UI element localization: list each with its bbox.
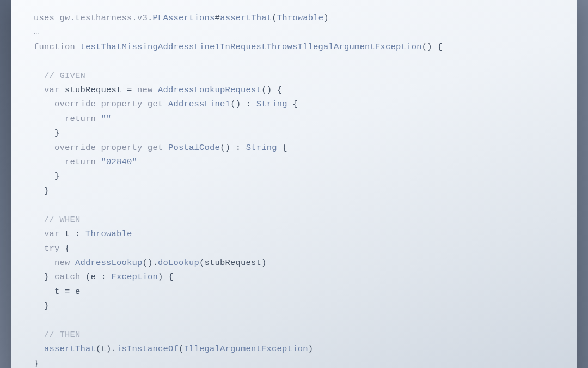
keyword-try: try <box>44 244 60 254</box>
code-line: } catch (e : Exception) { <box>34 272 174 282</box>
keyword-get: get <box>148 99 163 109</box>
code-line: override property get AddressLine1() : S… <box>34 99 298 109</box>
method-name: isInstanceOf <box>117 344 179 354</box>
keyword-var: var <box>44 229 60 239</box>
property-name: PostalCode <box>163 143 220 153</box>
code-line: } <box>34 186 50 196</box>
comment-line: // GIVEN <box>34 71 85 81</box>
method-name: assertThat <box>220 13 272 23</box>
code-line: var stubRequest = new AddressLookupReque… <box>34 85 282 95</box>
keyword-catch: catch <box>54 272 81 282</box>
code-line: } <box>34 301 50 311</box>
keyword-return: return <box>65 157 96 167</box>
keyword-override: override <box>54 143 96 153</box>
comment-line: // THEN <box>34 330 81 340</box>
class-name: AddressLookupRequest <box>153 85 262 95</box>
class-name: PLAssertions <box>153 13 215 23</box>
method-name: assertThat <box>44 344 96 354</box>
string-literal: "02840" <box>101 157 138 167</box>
code-line: override property get PostalCode() : Str… <box>34 143 287 153</box>
keyword-new: new <box>137 85 153 95</box>
code-line: t = e <box>34 287 81 297</box>
code-line: } <box>34 171 60 181</box>
method-name: doLookup <box>158 258 199 268</box>
code-line: uses gw.testharness.v3.PLAssertions#asse… <box>34 13 329 23</box>
type-name: String <box>246 143 277 153</box>
keyword-override: override <box>54 99 96 109</box>
type-name: IllegalArgumentException <box>184 344 308 354</box>
code-line: var t : Throwable <box>34 229 132 239</box>
code-line: } <box>34 359 39 368</box>
keyword-uses: uses <box>34 13 54 23</box>
code-line: new AddressLookup().doLookup(stubRequest… <box>34 258 267 268</box>
keyword-property: property <box>101 99 143 109</box>
keyword-new: new <box>54 258 70 268</box>
type-name: Exception <box>112 272 158 282</box>
code-line: try { <box>34 244 70 254</box>
class-name: AddressLookup <box>70 258 143 268</box>
keyword-property: property <box>101 143 143 153</box>
code-line: } <box>34 128 60 138</box>
function-name: testThatMissingAddressLine1InRequestThro… <box>81 42 422 52</box>
code-line: … <box>34 27 39 37</box>
keyword-get: get <box>148 143 163 153</box>
package-path: gw.testharness.v3 <box>60 13 148 23</box>
code-line: return "" <box>34 114 112 124</box>
type-name: Throwable <box>85 229 132 239</box>
property-name: AddressLine1 <box>163 99 231 109</box>
string-literal: "" <box>101 114 112 124</box>
code-line: function testThatMissingAddressLine1InRe… <box>34 42 443 52</box>
keyword-function: function <box>34 42 75 52</box>
keyword-var: var <box>44 85 60 95</box>
code-line: return "02840" <box>34 157 137 167</box>
type-name: String <box>256 99 287 109</box>
code-line: assertThat(t).isInstanceOf(IllegalArgume… <box>34 344 313 354</box>
comment-line: // WHEN <box>34 215 81 225</box>
keyword-return: return <box>65 114 96 124</box>
code-snippet-card: uses gw.testharness.v3.PLAssertions#asse… <box>11 0 577 368</box>
